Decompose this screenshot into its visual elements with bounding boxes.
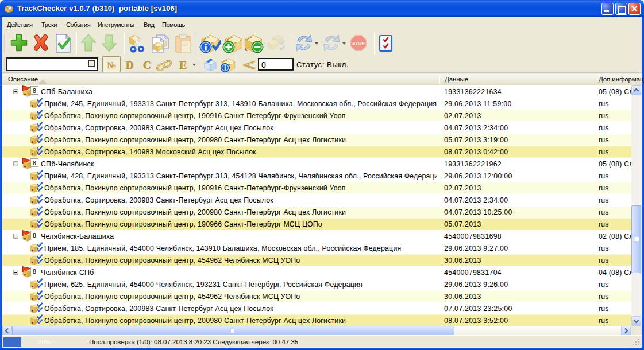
svg-text:STOP: STOP	[352, 41, 365, 46]
